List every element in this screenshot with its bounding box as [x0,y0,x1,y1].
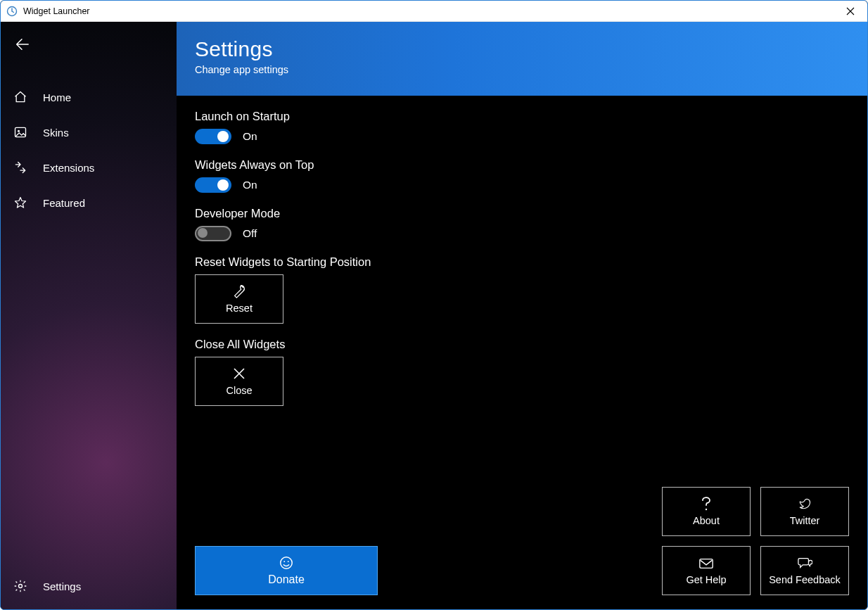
button-label: Reset [226,303,253,314]
smile-icon [279,555,294,571]
button-label: Get Help [686,574,726,585]
button-label: Send Feedback [769,574,841,585]
image-icon [13,125,27,139]
wrench-icon [231,284,247,298]
toggle-state-text: On [243,130,257,143]
setting-close-all: Close All Widgets Close [195,338,849,406]
button-label: About [693,515,720,526]
mail-icon [698,557,714,571]
setting-always-on-top: Widgets Always on Top On [195,158,849,193]
toggle-developer-mode[interactable] [195,226,231,241]
window-title: Widget Launcher [23,6,90,16]
feedback-icon [797,557,812,571]
home-icon [13,90,27,104]
setting-label: Developer Mode [195,207,849,220]
reset-button[interactable]: Reset [195,274,283,324]
gear-icon [13,579,27,593]
donate-button[interactable]: Donate [195,546,378,595]
sidebar-item-label: Extensions [43,162,94,174]
setting-launch-startup: Launch on Startup On [195,110,849,144]
setting-label: Reset Widgets to Starting Position [195,255,849,269]
about-button[interactable]: About [662,487,751,536]
svg-rect-8 [700,559,713,568]
page-header: Settings Change app settings [177,22,867,96]
sidebar-item-label: Settings [43,580,81,592]
svg-point-2 [18,130,20,132]
setting-label: Close All Widgets [195,338,849,351]
button-label: Twitter [790,515,820,526]
sidebar-item-label: Featured [43,197,85,209]
link-grid: About Twitter Get Help [662,487,849,595]
svg-point-4 [281,557,293,569]
toggle-state-text: Off [243,227,257,240]
send-feedback-button[interactable]: Send Feedback [760,546,849,595]
twitter-icon [797,497,812,511]
setting-developer-mode: Developer Mode Off [195,207,849,241]
sidebar: Home Skins Extensions Featured [1,22,177,609]
app-window: Widget Launcher Home Skins [0,0,868,610]
button-label: Close [226,385,252,396]
svg-point-3 [19,585,23,588]
setting-label: Launch on Startup [195,110,849,123]
page-title: Settings [195,37,849,61]
svg-point-7 [706,508,707,509]
sidebar-item-settings[interactable]: Settings [1,568,177,604]
main-panel: Settings Change app settings Launch on S… [177,22,867,609]
toggle-launch-startup[interactable] [195,129,231,144]
extensions-icon [13,160,27,174]
svg-point-5 [283,561,285,562]
setting-label: Widgets Always on Top [195,158,849,172]
button-label: Donate [268,573,305,586]
page-subtitle: Change app settings [195,64,849,75]
back-button[interactable] [5,30,39,58]
window-close-button[interactable] [836,1,864,22]
get-help-button[interactable]: Get Help [662,546,751,595]
titlebar: Widget Launcher [1,1,867,22]
sidebar-item-featured[interactable]: Featured [1,185,177,220]
setting-reset-position: Reset Widgets to Starting Position Reset [195,255,849,324]
close-all-button[interactable]: Close [195,357,283,406]
toggle-always-on-top[interactable] [195,177,231,193]
twitter-button[interactable]: Twitter [760,487,849,536]
toggle-state-text: On [243,179,257,191]
sidebar-item-home[interactable]: Home [1,80,177,115]
sidebar-item-label: Skins [43,127,69,139]
app-clock-icon [6,6,18,17]
bottom-bar: Donate About Twitter [195,487,849,595]
close-icon [233,367,245,381]
question-icon [700,497,713,511]
sidebar-item-skins[interactable]: Skins [1,115,177,150]
star-icon [13,196,27,210]
sidebar-item-label: Home [43,91,71,103]
svg-point-6 [288,561,289,562]
sidebar-item-extensions[interactable]: Extensions [1,150,177,185]
